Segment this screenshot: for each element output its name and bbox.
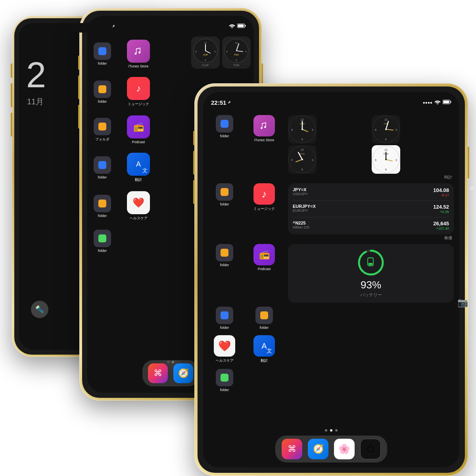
front-dock-mirror[interactable]: ⬡ (360, 439, 381, 459)
mute-button-front[interactable] (193, 131, 195, 145)
notch-front (305, 92, 357, 103)
camera-button[interactable] (470, 186, 474, 190)
mid-podcast-label: Podcast (132, 140, 145, 144)
front-music-label: ミュージック (253, 206, 275, 211)
front-folder-3[interactable]: folder (216, 244, 233, 267)
mid-app-itunes[interactable]: iTunes Store (127, 40, 150, 68)
vol-down-mid[interactable] (78, 105, 80, 129)
svg-text:6: 6 (385, 168, 387, 171)
mid-app-health[interactable]: ❤️ ヘルスケア (127, 191, 150, 221)
vol-down-front[interactable] (193, 180, 195, 204)
mid-app-folder-2[interactable]: folder (94, 81, 111, 104)
front-itunes-icon (258, 119, 271, 132)
front-dock-photos[interactable]: 🌸 (334, 439, 355, 459)
battery-percent: 93% (361, 279, 381, 291)
vol-down-back[interactable] (11, 113, 12, 136)
svg-text:12: 12 (384, 148, 388, 151)
front-health-label: ヘルスケア (216, 358, 234, 363)
mid-app-folder-6[interactable]: folder (94, 230, 111, 253)
svg-text:3: 3 (395, 129, 397, 131)
front-mirror-icon: ⬡ (367, 444, 374, 454)
svg-rect-1 (238, 24, 244, 27)
mid-folder-2-label: folder (98, 100, 107, 104)
svg-text:6: 6 (385, 138, 387, 141)
svg-text:9: 9 (375, 129, 376, 131)
front-shortcuts-icon: ⌘ (288, 444, 296, 454)
front-folder-1-label: folder (220, 134, 229, 138)
battery-phone-icon (367, 257, 375, 266)
front-dock-shortcuts[interactable]: ⌘ (282, 439, 302, 459)
svg-text:3: 3 (312, 129, 313, 131)
svg-text:12: 12 (235, 42, 238, 44)
notch-back (69, 23, 113, 33)
front-folder-3-label: folder (220, 263, 229, 267)
svg-text:3: 3 (395, 159, 397, 161)
front-folder-1[interactable]: folder (216, 115, 233, 174)
front-translate-label: 翻訳 (261, 358, 268, 363)
front-health[interactable]: ❤️ ヘルスケア (214, 335, 235, 363)
front-dock-safari[interactable]: 🧭 (308, 439, 328, 459)
mid-app-folder-4[interactable]: folder (94, 156, 111, 179)
front-podcast[interactable]: 📻 Podcast (253, 244, 275, 271)
mid-app-folder-3[interactable]: フォルダ (94, 118, 111, 142)
svg-text:SYD: SYD (300, 153, 305, 155)
front-time-text: 22:51 (211, 99, 226, 106)
mid-app-folder-5[interactable]: folder (94, 195, 111, 218)
dock-shortcuts-mid[interactable]: ⌘ (148, 363, 168, 383)
front-clock-label: 時計 (209, 175, 454, 180)
flashlight-button[interactable]: 🔦 (31, 301, 48, 318)
battery-circle (357, 249, 385, 276)
mid-itunes-label: iTunes Store (129, 64, 149, 68)
svg-text:12: 12 (301, 118, 304, 121)
front-clock-grid: 12 3 6 9 CUP 12 3 (288, 115, 454, 174)
front-music-icon: ♪ (262, 188, 267, 200)
front-location-icon: ⇗ (228, 100, 231, 104)
battery-inner-icon (367, 257, 375, 268)
svg-text:CUP: CUP (203, 54, 208, 56)
mute-button-mid[interactable] (78, 56, 80, 70)
mid-folder-3-label: フォルダ (95, 137, 109, 142)
front-translate[interactable]: A 文 翻訳 (253, 335, 275, 363)
front-music[interactable]: ♪ ミュージック (253, 183, 275, 211)
vol-up-back[interactable] (11, 83, 12, 107)
mute-button-back[interactable] (11, 63, 12, 78)
back-date: 11月 (27, 96, 44, 107)
stock-eur-change: +0.35 (433, 210, 449, 214)
power-button-front[interactable] (468, 147, 469, 178)
stock-n225-change: +107.40 (433, 226, 449, 230)
dock-safari-mid[interactable]: 🧭 (173, 363, 193, 383)
notch-mid (145, 16, 196, 27)
stock-jpy-change: -0.17 (433, 193, 449, 197)
stock-n225-name: Nikkei 225 (293, 225, 309, 229)
svg-point-39 (385, 129, 387, 130)
mid-music-label: ミュージック (128, 102, 149, 107)
mid-status-icons (229, 23, 246, 29)
front-folder-last[interactable]: folder (216, 369, 233, 392)
clock-tok-front: 12 3 6 9 TOK (372, 115, 400, 144)
front-dock: ⌘ 🧭 🌸 ⬡ (275, 436, 387, 463)
svg-rect-21 (451, 101, 451, 103)
svg-rect-20 (443, 100, 449, 103)
mid-folder-4-label: folder (98, 175, 107, 179)
vol-up-mid[interactable] (78, 75, 80, 99)
mid-app-podcast[interactable]: 📻 Podcast (127, 115, 150, 144)
clock-syd-front: 12 3 6 9 SYD (288, 145, 317, 174)
vol-up-front[interactable] (193, 151, 195, 175)
front-folder-last-label: folder (220, 388, 229, 392)
front-top-row: folder iTunes Store (209, 115, 454, 174)
camera-icon-right[interactable]: 📷 (457, 298, 468, 308)
mid-app-music[interactable]: ♪ ミュージック (127, 77, 150, 107)
front-folder-2[interactable]: folder (216, 183, 233, 206)
mid-app-translate[interactable]: A 文 翻訳 (127, 153, 150, 182)
mid-app-folder-1[interactable]: folder (94, 42, 111, 65)
svg-text:12: 12 (204, 42, 207, 44)
stocks-widget: JPY=X USD/JPY 104.08 -0.17 EURJPY=X (288, 183, 454, 234)
safari-icon-mid: 🧭 (178, 368, 189, 378)
front-folder-2-label: folder (220, 202, 229, 206)
front-folder-4[interactable]: folder (216, 307, 233, 330)
svg-text:9: 9 (375, 159, 376, 161)
svg-point-57 (385, 159, 387, 160)
front-folder-5[interactable]: folder (255, 307, 273, 330)
front-photos-icon: 🌸 (338, 443, 350, 455)
front-itunes[interactable]: iTunes Store (253, 115, 275, 174)
